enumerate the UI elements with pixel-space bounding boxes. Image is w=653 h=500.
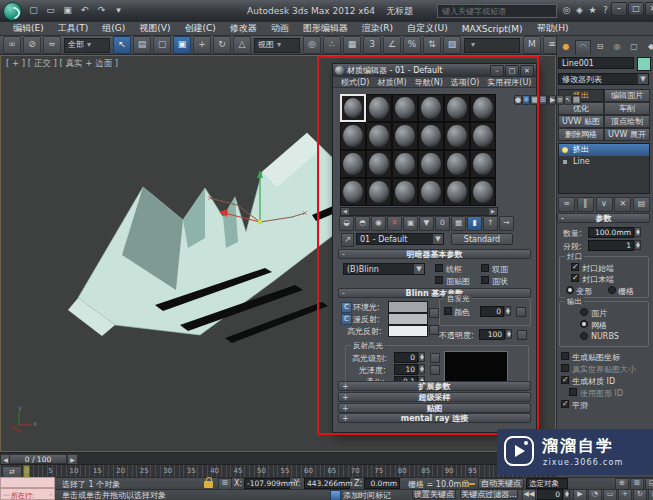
extruded-spline-object[interactable]	[60, 120, 360, 355]
output-mesh-radio[interactable]	[580, 320, 588, 328]
x-coordinate-field[interactable]: -107.909mm	[244, 478, 290, 489]
shader-type-dropdown[interactable]: (B)Blinn ▼	[343, 263, 425, 275]
amount-field[interactable]: 100.0mm	[588, 227, 634, 238]
material-name-dropdown[interactable]: 01 - Default ▼	[356, 233, 444, 245]
material-editor-menu-3[interactable]: 选项(O)	[447, 77, 484, 88]
spinner-snap-icon[interactable]: ⇅	[423, 36, 441, 54]
tab-hierarchy-icon[interactable]: ⊟	[592, 40, 608, 55]
material-sample-slot[interactable]	[392, 94, 418, 122]
communication-center-icon[interactable]: ◈	[573, 3, 586, 17]
set-key-button[interactable]: 设置关键点	[412, 489, 456, 499]
scroll-right-icon[interactable]: ▶	[489, 208, 497, 215]
sample-uv-tiling-icon[interactable]: ⊞	[539, 95, 547, 105]
material-type-button[interactable]: Standard	[451, 233, 513, 245]
rollout-3[interactable]: +mental ray 连接	[338, 413, 531, 423]
face-map-checkbox[interactable]	[435, 276, 443, 284]
window-crossing-icon[interactable]: ▣	[173, 36, 191, 54]
modifier-button[interactable]: 编辑面片	[604, 89, 650, 102]
select-and-manipulate-icon[interactable]: ∴	[323, 36, 341, 54]
sample-slots-scrollbar[interactable]: ◀ ▶	[340, 207, 498, 216]
menu-item-7[interactable]: 图形编辑器	[296, 22, 355, 35]
material-sample-slot[interactable]	[470, 94, 496, 122]
time-configuration-icon[interactable]: ◔	[588, 489, 602, 500]
segments-field[interactable]: 1	[588, 240, 634, 251]
make-material-copy-icon[interactable]: ▣	[403, 216, 418, 231]
material-sample-slot[interactable]	[340, 150, 366, 178]
scroll-left-icon[interactable]: ◀	[341, 208, 349, 215]
reset-map-icon[interactable]: ✕	[387, 216, 402, 231]
modifier-button[interactable]: UVW 展开	[604, 128, 650, 141]
material-sample-slot[interactable]	[340, 94, 366, 122]
ambient-color-swatch[interactable]	[388, 301, 428, 313]
close-button[interactable]: ✕	[520, 65, 534, 77]
self-illum-field[interactable]: 0	[480, 306, 504, 317]
show-end-result-icon[interactable]: ▮	[467, 216, 482, 231]
material-sample-slot[interactable]	[418, 122, 444, 150]
output-nurbs-radio[interactable]	[580, 332, 588, 340]
workspace-dropdown-icon[interactable]: ▾	[111, 3, 126, 18]
glossiness-field[interactable]: 10	[394, 364, 418, 375]
maximize-viewport-toggle-icon[interactable]: ▣	[648, 489, 653, 500]
ambient-diffuse-lock-icon[interactable]: C	[341, 302, 352, 313]
smooth-checkbox[interactable]	[561, 400, 569, 408]
menu-item-11[interactable]: 帮助(H)	[530, 22, 576, 35]
pan-hand-icon[interactable]: +	[618, 489, 632, 500]
menu-item-0[interactable]: 编辑(E)	[6, 22, 51, 35]
go-forward-to-sibling-icon[interactable]: →	[499, 216, 514, 231]
go-to-parent-icon[interactable]: ↑	[483, 216, 498, 231]
diffuse-color-swatch[interactable]	[388, 313, 428, 325]
segments-spinner[interactable]	[634, 240, 641, 250]
modifier-list-dropdown[interactable]: 修改器列表 ▼	[558, 73, 649, 85]
add-time-tag-icon[interactable]	[330, 490, 341, 500]
generate-mapping-coords-checkbox[interactable]	[561, 352, 569, 360]
menu-item-3[interactable]: 视图(V)	[132, 22, 177, 35]
material-sample-slot[interactable]	[470, 122, 496, 150]
add-time-tag-label[interactable]: 添加时间标记	[343, 490, 391, 500]
output-patch-radio[interactable]	[580, 308, 588, 316]
material-sample-slot[interactable]	[444, 94, 470, 122]
menu-item-4[interactable]: 创建(C)	[177, 22, 222, 35]
specular-color-swatch[interactable]	[388, 325, 428, 337]
material-sample-slot[interactable]	[392, 150, 418, 178]
keyboard-shortcut-override-icon[interactable]: ▦	[343, 36, 361, 54]
get-material-icon[interactable]: ◒	[339, 216, 354, 231]
material-sample-slot[interactable]	[366, 178, 392, 206]
menu-item-9[interactable]: 自定义(U)	[400, 22, 455, 35]
material-editor-menu-2[interactable]: 导航(N)	[411, 77, 447, 88]
material-sample-slot[interactable]	[366, 150, 392, 178]
object-name-field[interactable]: Line001	[558, 57, 634, 69]
absolute-mode-icon[interactable]: ⊞	[218, 478, 232, 490]
frame-spinner[interactable]	[563, 489, 570, 499]
tab-display-icon[interactable]: ▢	[626, 40, 642, 55]
new-file-icon[interactable]: ▢	[26, 3, 41, 18]
assign-material-to-selection-icon[interactable]: ◉	[371, 216, 386, 231]
tab-utilities-icon[interactable]: ◆	[643, 40, 653, 55]
show-map-in-viewport-icon[interactable]: ▦	[451, 216, 466, 231]
bind-to-space-warp-icon[interactable]: ≈	[43, 36, 61, 54]
material-sample-slot[interactable]	[444, 122, 470, 150]
play-animation-icon[interactable]: ▶	[573, 489, 587, 500]
put-to-library-icon[interactable]: ▼	[419, 216, 434, 231]
percent-snap-icon[interactable]: %	[403, 36, 421, 54]
zoom-region-icon[interactable]: ▭	[603, 489, 617, 500]
material-editor-menu-4[interactable]: 实用程序(U)	[483, 77, 535, 88]
grid-radio[interactable]	[608, 286, 616, 294]
amount-spinner[interactable]	[634, 227, 641, 237]
select-by-material-icon[interactable]: ↖	[564, 95, 572, 105]
use-pivot-point-center-icon[interactable]: ◎	[303, 36, 321, 54]
diffuse-map-button[interactable]	[429, 308, 439, 318]
options-icon[interactable]: ≡	[556, 95, 564, 105]
material-sample-slot[interactable]	[392, 178, 418, 206]
maximize-button[interactable]: □	[505, 65, 519, 77]
self-illum-spinner[interactable]	[504, 306, 511, 316]
specular-level-map-button[interactable]	[430, 353, 440, 363]
use-shape-ids-checkbox[interactable]	[569, 388, 577, 396]
go-to-start-icon[interactable]: ◀◀	[522, 489, 536, 500]
current-frame-field[interactable]: 0	[537, 489, 563, 500]
self-illum-map-button[interactable]	[516, 307, 526, 317]
search-icon[interactable]: ◎	[560, 3, 573, 17]
save-file-icon[interactable]: ▣	[60, 3, 75, 18]
track-bar[interactable]: ⇄ 05101520253035404550556065707580859095	[0, 464, 556, 477]
select-by-name-icon[interactable]: ▤	[133, 36, 151, 54]
close-button[interactable]: ✕	[645, 2, 653, 16]
